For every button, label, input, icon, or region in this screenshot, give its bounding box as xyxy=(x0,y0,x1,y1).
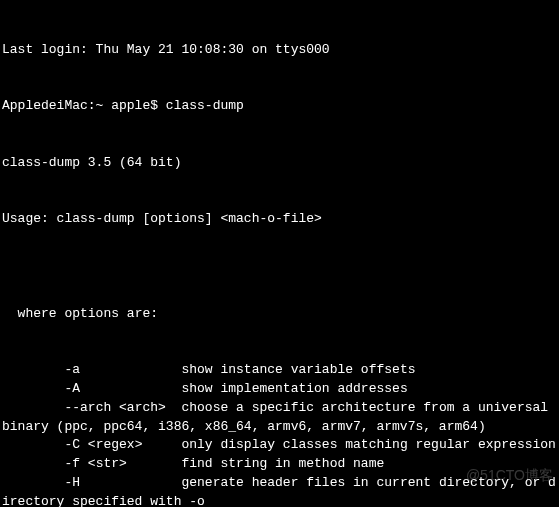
last-login-line: Last login: Thu May 21 10:08:30 on ttys0… xyxy=(2,41,557,60)
option-line: -f <str> find string in method name xyxy=(2,455,557,474)
prompt-text: AppledeiMac:~ apple$ xyxy=(2,98,166,113)
entered-command: class-dump xyxy=(166,98,244,113)
options-list: -a show instance variable offsets -A sho… xyxy=(2,361,557,507)
usage-line: Usage: class-dump [options] <mach-o-file… xyxy=(2,210,557,229)
command-line-1: AppledeiMac:~ apple$ class-dump xyxy=(2,97,557,116)
option-line: --arch <arch> choose a specific architec… xyxy=(2,399,557,437)
option-line: -C <regex> only display classes matching… xyxy=(2,436,557,455)
option-line: -A show implementation addresses xyxy=(2,380,557,399)
options-header: where options are: xyxy=(2,305,557,324)
option-line: -a show instance variable offsets xyxy=(2,361,557,380)
terminal-output[interactable]: Last login: Thu May 21 10:08:30 on ttys0… xyxy=(2,3,557,507)
version-line: class-dump 3.5 (64 bit) xyxy=(2,154,557,173)
option-line: -H generate header files in current dire… xyxy=(2,474,557,507)
